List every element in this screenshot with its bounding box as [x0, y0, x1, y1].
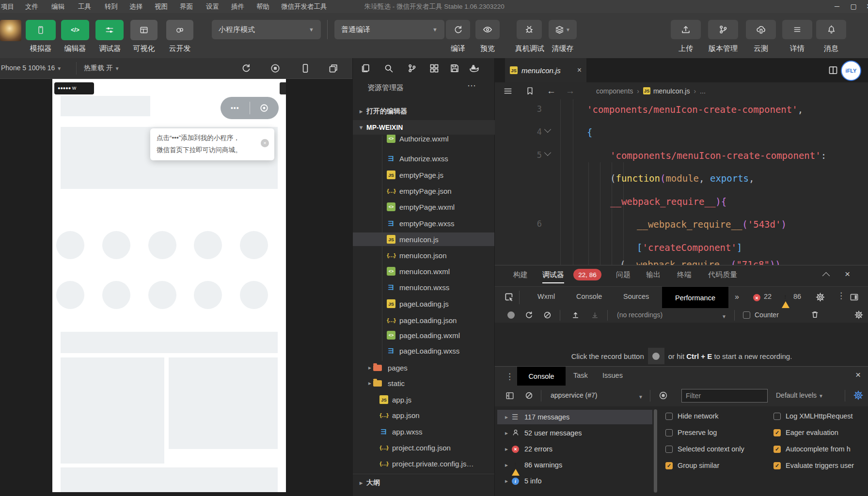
- capsule-more-icon[interactable]: •••: [221, 104, 250, 112]
- details-button[interactable]: [782, 20, 812, 39]
- editor-toggle-button[interactable]: </>: [61, 20, 89, 40]
- file-row[interactable]: ヨpageLoading.wxss: [353, 344, 495, 357]
- error-count[interactable]: 22: [764, 293, 772, 300]
- tooltip-close-icon[interactable]: ×: [261, 139, 269, 147]
- folder-row-static[interactable]: ▸static: [353, 376, 495, 390]
- ifly-assistant-badge[interactable]: iFLY: [841, 61, 861, 81]
- version-control-button[interactable]: [708, 20, 738, 39]
- docker-icon[interactable]: [469, 63, 479, 73]
- drawer-tab-task[interactable]: Task: [573, 372, 588, 379]
- filter-info[interactable]: ▸ i 5 info: [497, 474, 652, 488]
- kebab-menu-icon[interactable]: ⋮: [837, 291, 845, 301]
- counter-checkbox[interactable]: ✓: [743, 311, 750, 319]
- save-icon[interactable]: [450, 63, 459, 73]
- search-icon[interactable]: [384, 63, 394, 73]
- devtools-tab-wxml[interactable]: Wxml: [537, 293, 555, 300]
- eye-icon[interactable]: [659, 391, 668, 400]
- tab-close-icon[interactable]: ×: [577, 66, 582, 75]
- menu-goto[interactable]: 转到: [105, 2, 118, 11]
- folder-row-pages[interactable]: ▸pages: [353, 361, 495, 374]
- restart-icon[interactable]: [241, 63, 251, 73]
- file-row-selected[interactable]: JSmenuIcon.js: [353, 232, 495, 246]
- record-icon[interactable]: [507, 311, 515, 319]
- nav-forward-icon[interactable]: →: [566, 86, 575, 96]
- drawer-tab-issues[interactable]: Issues: [602, 372, 623, 379]
- file-row[interactable]: <>pageLoading.wxml: [353, 328, 495, 342]
- file-row[interactable]: JSpageLoading.js: [353, 297, 495, 310]
- file-row[interactable]: {…}project.config.json: [353, 441, 495, 454]
- record-button[interactable]: [648, 348, 664, 364]
- tab-problems[interactable]: 问题: [616, 270, 631, 279]
- hot-reload-toggle[interactable]: 热重载 开 ▼: [84, 64, 120, 73]
- source-control-icon[interactable]: [407, 63, 417, 73]
- setting-log-xhr[interactable]: ✓Log XMLHttpRequest: [773, 412, 853, 420]
- breadcrumb-folder[interactable]: components: [596, 87, 633, 95]
- warning-count[interactable]: 86: [793, 293, 801, 300]
- extensions-icon[interactable]: [429, 63, 439, 73]
- preview-button[interactable]: [475, 20, 500, 39]
- stop-icon[interactable]: [270, 63, 280, 73]
- compile-button[interactable]: [446, 20, 470, 39]
- devtools-tab-sources[interactable]: Sources: [623, 293, 649, 300]
- file-row[interactable]: ヨmenuIcon.wxss: [353, 280, 495, 294]
- drawer-close-icon[interactable]: ×: [855, 370, 861, 380]
- nav-back-icon[interactable]: ←: [547, 86, 556, 96]
- avatar[interactable]: [0, 20, 21, 41]
- reload-icon[interactable]: [525, 311, 533, 319]
- menu-file[interactable]: 文件: [25, 2, 38, 11]
- tab-code-quality[interactable]: 代码质量: [708, 270, 737, 279]
- fold-chevron-icon[interactable]: [544, 149, 551, 156]
- minimize-button[interactable]: ─: [831, 1, 843, 11]
- setting-selected-context[interactable]: ✓Selected context only: [665, 445, 744, 453]
- menu-devtools[interactable]: 微信开发者工具: [281, 2, 327, 11]
- fold-chevron-icon[interactable]: [544, 126, 551, 133]
- filter-user-messages[interactable]: ▸ 52 user messages: [497, 426, 652, 440]
- multi-window-icon[interactable]: [329, 63, 338, 73]
- tab-debugger[interactable]: 调试器: [542, 270, 564, 283]
- menu-plugins[interactable]: 插件: [231, 2, 244, 11]
- menu-settings[interactable]: 设置: [206, 2, 219, 11]
- outline-list-icon[interactable]: [504, 87, 512, 95]
- simulator-toggle-button[interactable]: [26, 20, 56, 40]
- file-row[interactable]: ヨapp.wxss: [353, 425, 495, 438]
- tab-build[interactable]: 构建: [513, 270, 528, 279]
- load-profile-icon[interactable]: [571, 311, 580, 319]
- menu-help[interactable]: 帮助: [256, 2, 269, 11]
- scrollbar[interactable]: [654, 409, 657, 493]
- trash-icon[interactable]: [811, 310, 819, 319]
- setting-autocomplete-history[interactable]: ✓Autocomplete from h: [773, 445, 851, 453]
- clear-icon[interactable]: [543, 311, 552, 319]
- clear-cache-button[interactable]: ▼: [549, 20, 577, 39]
- device-frame-icon[interactable]: [300, 63, 310, 73]
- file-row[interactable]: <>menuIcon.wxml: [353, 264, 495, 278]
- file-row[interactable]: ヨAuthorize.wxss: [353, 152, 495, 165]
- file-row[interactable]: {…}menuIcon.json: [353, 248, 495, 262]
- context-select[interactable]: appservice (#7): [551, 391, 598, 399]
- bookmark-icon[interactable]: [526, 87, 534, 95]
- console-sidebar-icon[interactable]: [505, 391, 514, 400]
- menu-ui[interactable]: 界面: [180, 2, 193, 11]
- file-row[interactable]: <>emptyPage.wxml: [353, 200, 495, 214]
- menu-view[interactable]: 视图: [155, 2, 168, 11]
- device-select[interactable]: Phone 5 100% 16 ▼: [1, 64, 62, 72]
- devtools-settings-gear-icon[interactable]: [816, 293, 825, 302]
- capsule-button[interactable]: •••: [221, 97, 279, 119]
- filter-errors[interactable]: ▸ × 22 errors: [497, 442, 652, 456]
- code-editor[interactable]: 3 4 5 6 'components/menuIcon-create-comp…: [495, 99, 868, 266]
- menu-select[interactable]: 选择: [129, 2, 142, 11]
- more-tabs-icon[interactable]: »: [735, 293, 739, 301]
- cloud-dev-button[interactable]: [166, 20, 193, 40]
- visual-toggle-button[interactable]: [130, 20, 158, 40]
- messages-button[interactable]: [816, 20, 846, 39]
- menu-tools[interactable]: 工具: [78, 2, 91, 11]
- maximize-button[interactable]: ▢: [847, 1, 860, 11]
- mode-select[interactable]: 小程序模式▼: [212, 20, 321, 39]
- files-icon[interactable]: [361, 63, 370, 73]
- filter-all-messages[interactable]: ▸ ☰ 117 messages: [497, 410, 652, 424]
- split-editor-icon[interactable]: [828, 65, 838, 75]
- console-filter-input[interactable]: [681, 389, 768, 403]
- perf-settings-gear-icon[interactable]: [854, 310, 863, 319]
- console-settings-gear-icon[interactable]: [853, 390, 863, 400]
- tab-terminal[interactable]: 终端: [677, 270, 692, 279]
- dock-side-icon[interactable]: [850, 293, 859, 302]
